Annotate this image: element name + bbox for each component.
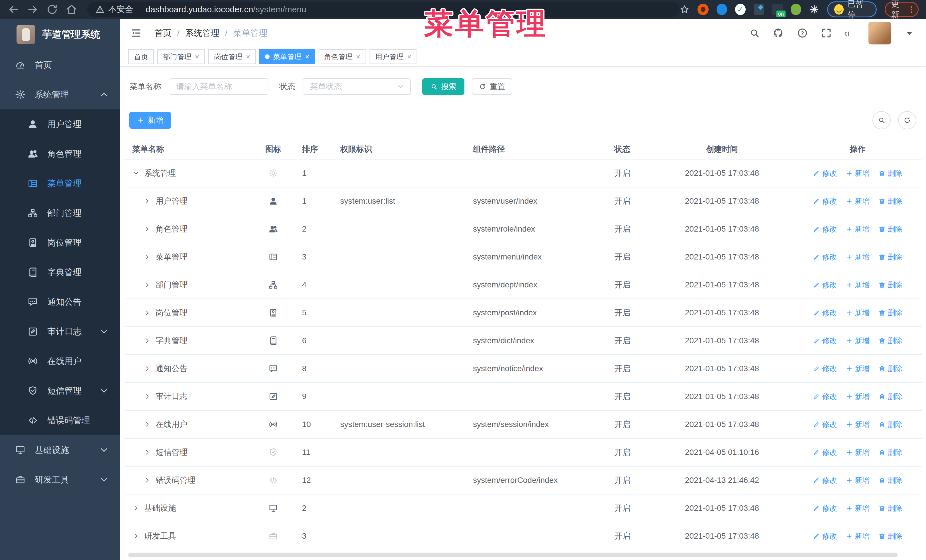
add-button[interactable]: 新增 bbox=[129, 112, 171, 129]
add-link[interactable]: 新增 bbox=[846, 252, 870, 262]
header-search-icon[interactable] bbox=[749, 27, 760, 39]
edit-link[interactable]: 修改 bbox=[813, 392, 837, 402]
edit-link[interactable]: 修改 bbox=[813, 168, 837, 178]
edit-link[interactable]: 修改 bbox=[813, 503, 837, 513]
toggle-search-button[interactable] bbox=[872, 111, 891, 129]
delete-link[interactable]: 删除 bbox=[878, 475, 903, 485]
extension-blue-icon[interactable] bbox=[717, 4, 727, 15]
delete-link[interactable]: 删除 bbox=[878, 308, 903, 318]
add-link[interactable]: 新增 bbox=[846, 336, 870, 346]
edit-link[interactable]: 修改 bbox=[813, 336, 837, 346]
sidebar-item-sms-management[interactable]: 短信管理 bbox=[0, 376, 120, 406]
add-link[interactable]: 新增 bbox=[846, 224, 870, 234]
delete-link[interactable]: 删除 bbox=[878, 420, 903, 430]
delete-link[interactable]: 删除 bbox=[878, 336, 903, 346]
add-link[interactable]: 新增 bbox=[846, 280, 870, 290]
add-link[interactable]: 新增 bbox=[846, 196, 870, 206]
extension-green-check-icon[interactable]: ✓ bbox=[735, 4, 746, 15]
add-link[interactable]: 新增 bbox=[846, 503, 870, 513]
tab-post-management[interactable]: 岗位管理× bbox=[208, 49, 256, 64]
add-link[interactable]: 新增 bbox=[846, 531, 870, 541]
horizontal-scrollbar[interactable] bbox=[128, 552, 897, 557]
sidebar-collapse-icon[interactable] bbox=[130, 27, 142, 39]
delete-link[interactable]: 删除 bbox=[878, 280, 903, 290]
row-expand-toggle[interactable] bbox=[144, 365, 151, 372]
sidebar-item-system-management[interactable]: 系统管理 bbox=[0, 80, 120, 109]
tab-home[interactable]: 首页 bbox=[128, 49, 154, 64]
tab-close-icon[interactable]: × bbox=[246, 53, 250, 60]
row-expand-toggle[interactable] bbox=[144, 448, 151, 456]
row-expand-toggle[interactable] bbox=[144, 477, 151, 484]
tab-close-icon[interactable]: × bbox=[356, 53, 360, 60]
browser-home-icon[interactable] bbox=[65, 3, 77, 16]
fullscreen-icon[interactable] bbox=[820, 27, 832, 39]
row-expand-toggle[interactable] bbox=[144, 281, 151, 288]
github-icon[interactable] bbox=[773, 27, 784, 39]
sidebar-item-user-management[interactable]: 用户管理 bbox=[0, 109, 120, 139]
row-expand-toggle[interactable] bbox=[132, 532, 139, 540]
sidebar-item-audit-log[interactable]: 审计日志 bbox=[0, 317, 120, 346]
delete-link[interactable]: 删除 bbox=[878, 364, 903, 374]
edit-link[interactable]: 修改 bbox=[813, 280, 837, 290]
add-link[interactable]: 新增 bbox=[846, 168, 870, 178]
extension-on-icon[interactable]: on bbox=[772, 4, 783, 15]
browser-update-button[interactable]: 更新 bbox=[885, 2, 918, 17]
sidebar-item-dict-management[interactable]: 字典管理 bbox=[0, 258, 120, 287]
add-link[interactable]: 新增 bbox=[846, 308, 870, 318]
add-link[interactable]: 新增 bbox=[846, 420, 870, 430]
row-expand-toggle[interactable] bbox=[144, 225, 151, 233]
row-expand-toggle[interactable] bbox=[144, 198, 151, 205]
browser-forward-icon[interactable] bbox=[27, 3, 39, 16]
edit-link[interactable]: 修改 bbox=[813, 531, 837, 541]
tab-close-icon[interactable]: × bbox=[305, 53, 309, 60]
search-button[interactable]: 搜索 bbox=[422, 78, 465, 95]
extension-grid-icon[interactable] bbox=[754, 4, 764, 15]
status-select[interactable]: 菜单状态 bbox=[303, 78, 411, 95]
add-link[interactable]: 新增 bbox=[846, 392, 870, 402]
delete-link[interactable]: 删除 bbox=[878, 392, 903, 402]
add-link[interactable]: 新增 bbox=[846, 447, 870, 457]
row-expand-toggle[interactable] bbox=[132, 169, 139, 177]
row-expand-toggle[interactable] bbox=[144, 393, 151, 400]
tab-menu-management[interactable]: 菜单管理× bbox=[259, 49, 315, 64]
menu-name-input[interactable] bbox=[169, 78, 268, 95]
app-logo[interactable]: 芋道管理系统 bbox=[0, 19, 120, 50]
row-expand-toggle[interactable] bbox=[144, 309, 151, 317]
row-expand-toggle[interactable] bbox=[144, 421, 151, 428]
browser-reload-icon[interactable] bbox=[46, 3, 58, 16]
row-expand-toggle[interactable] bbox=[144, 337, 151, 344]
sidebar-item-error-code-management[interactable]: 错误码管理 bbox=[0, 406, 120, 435]
edit-link[interactable]: 修改 bbox=[813, 308, 837, 318]
sidebar-item-dept-management[interactable]: 部门管理 bbox=[0, 198, 120, 228]
reset-button[interactable]: 重置 bbox=[472, 78, 512, 95]
delete-link[interactable]: 删除 bbox=[878, 252, 903, 262]
extension-animal-icon[interactable] bbox=[791, 4, 801, 15]
address-bar[interactable]: 不安全 dashboard.yudao.iocoder.cn /system/m… bbox=[87, 2, 679, 17]
sidebar-item-notice[interactable]: 通知公告 bbox=[0, 287, 120, 317]
edit-link[interactable]: 修改 bbox=[813, 420, 837, 430]
edit-link[interactable]: 修改 bbox=[813, 252, 837, 262]
breadcrumb-system[interactable]: 系统管理 bbox=[185, 27, 219, 39]
breadcrumb-home[interactable]: 首页 bbox=[154, 27, 171, 39]
add-link[interactable]: 新增 bbox=[846, 364, 870, 374]
delete-link[interactable]: 删除 bbox=[878, 447, 903, 457]
tab-close-icon[interactable]: × bbox=[195, 53, 199, 60]
browser-menu-icon[interactable] bbox=[911, 6, 912, 13]
tab-role-management[interactable]: 角色管理× bbox=[319, 49, 366, 64]
edit-link[interactable]: 修改 bbox=[813, 224, 837, 234]
tab-close-icon[interactable]: × bbox=[407, 53, 412, 60]
tab-user-management[interactable]: 用户管理× bbox=[369, 49, 417, 64]
sidebar-item-online-users[interactable]: 在线用户 bbox=[0, 346, 120, 376]
help-icon[interactable]: ? bbox=[797, 27, 808, 39]
add-link[interactable]: 新增 bbox=[846, 475, 870, 485]
delete-link[interactable]: 删除 bbox=[878, 224, 903, 234]
edit-link[interactable]: 修改 bbox=[813, 475, 837, 485]
bookmark-star-icon[interactable] bbox=[679, 4, 690, 15]
sidebar-item-home[interactable]: 首页 bbox=[0, 50, 120, 80]
font-size-icon[interactable]: tT bbox=[844, 27, 856, 39]
sidebar-item-dev-tools[interactable]: 研发工具 bbox=[0, 465, 120, 495]
sidebar-item-menu-management[interactable]: 菜单管理 bbox=[0, 169, 120, 198]
delete-link[interactable]: 删除 bbox=[878, 531, 903, 541]
profile-paused-pill[interactable]: 已暂停 bbox=[827, 2, 877, 17]
extensions-puzzle-icon[interactable] bbox=[809, 4, 819, 15]
